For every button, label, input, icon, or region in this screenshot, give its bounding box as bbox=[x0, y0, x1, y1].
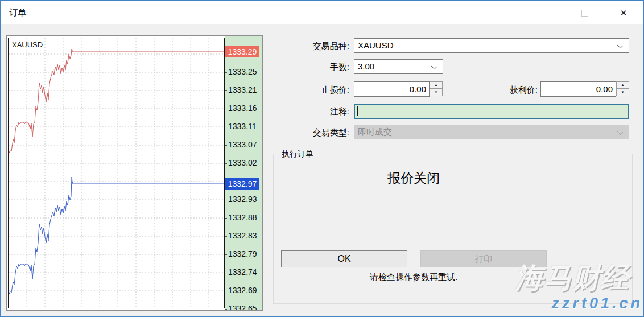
price-scale-tick bbox=[225, 291, 227, 291]
print-button: 打印 bbox=[420, 250, 547, 267]
tick-chart-plot: XAUUSD bbox=[8, 38, 225, 308]
price-scale-label: 1332.65 bbox=[228, 304, 257, 310]
price-scale-tick bbox=[225, 163, 227, 164]
minimize-button[interactable]: — bbox=[527, 1, 565, 24]
stop-loss-label: 止损价: bbox=[263, 85, 349, 96]
price-scale-tick bbox=[225, 90, 227, 91]
chevron-down-icon bbox=[617, 43, 623, 48]
price-scale-label: 1332.74 bbox=[228, 267, 257, 277]
stop-loss-spinner: ▲ ▼ bbox=[430, 81, 443, 97]
order-dialog-window: 订单 — ✕ XAUUSD 1333.29 1332.97 1333.30133… bbox=[0, 0, 644, 317]
price-scale-label: 1332.83 bbox=[228, 231, 257, 240]
retry-hint-text: 请检查操作参数再重试. bbox=[273, 272, 554, 283]
price-scale-label: 1333.11 bbox=[228, 122, 257, 131]
price-scale-label: 1333.16 bbox=[228, 104, 257, 113]
price-scale-tick bbox=[225, 273, 227, 273]
price-scale: 1333.29 1332.97 1333.301333.251333.21133… bbox=[225, 36, 262, 310]
price-scale-label: 1333.02 bbox=[228, 158, 257, 167]
maximize-icon bbox=[581, 10, 588, 17]
price-scale-tick bbox=[225, 236, 227, 237]
chevron-down-icon bbox=[431, 64, 437, 69]
price-scale-label: 1333.21 bbox=[228, 85, 257, 94]
trade-type-select: 即时成交 bbox=[354, 125, 629, 139]
price-scale-tick bbox=[225, 254, 227, 255]
price-scale-label: 1332.93 bbox=[228, 195, 257, 204]
tick-chart-svg bbox=[9, 38, 224, 308]
execution-group-label: 执行订单 bbox=[279, 149, 316, 159]
chevron-down-icon bbox=[617, 129, 623, 135]
titlebar: 订单 — ✕ bbox=[1, 1, 643, 24]
trade-type-select-value: 即时成交 bbox=[358, 127, 392, 137]
volume-label: 手数: bbox=[263, 62, 349, 73]
price-scale-label: 1333.07 bbox=[228, 140, 257, 149]
comment-input[interactable] bbox=[354, 104, 629, 119]
chart-symbol-label: XAUUSD bbox=[12, 40, 43, 49]
trade-type-label: 交易类型: bbox=[263, 127, 349, 138]
text-caret bbox=[357, 106, 358, 116]
price-scale-tick bbox=[225, 200, 227, 200]
bid-line bbox=[9, 177, 224, 294]
price-scale-tick bbox=[225, 218, 227, 219]
volume-select-value: 3.00 bbox=[358, 61, 374, 71]
comment-label: 注释: bbox=[263, 106, 349, 117]
price-scale-tick bbox=[225, 309, 227, 310]
spin-up-icon[interactable]: ▲ bbox=[430, 81, 443, 89]
stop-loss-input[interactable]: 0.00 bbox=[354, 81, 430, 97]
quote-status-text: 报价关闭 bbox=[273, 170, 554, 187]
price-scale-tick bbox=[225, 145, 227, 146]
window-controls: — ✕ bbox=[527, 1, 643, 24]
symbol-select[interactable]: XAUUSD bbox=[354, 38, 629, 53]
symbol-select-value: XAUUSD bbox=[358, 40, 394, 50]
ok-button[interactable]: OK bbox=[281, 250, 407, 267]
price-scale-tick bbox=[225, 109, 227, 109]
price-scale-label: 1332.69 bbox=[228, 286, 257, 295]
price-scale-label: 1332.88 bbox=[228, 213, 257, 222]
take-profit-input[interactable]: 0.00 bbox=[540, 81, 616, 97]
volume-select[interactable]: 3.00 bbox=[354, 59, 443, 74]
price-scale-tick bbox=[225, 127, 227, 127]
spin-up-icon[interactable]: ▲ bbox=[616, 81, 629, 89]
take-profit-spinner: ▲ ▼ bbox=[616, 81, 629, 97]
tick-chart-panel: XAUUSD 1333.29 1332.97 1333.301333.25133… bbox=[6, 35, 263, 311]
ask-price-box: 1333.29 bbox=[225, 46, 259, 57]
price-scale-label: 1333.25 bbox=[228, 67, 257, 76]
window-title: 订单 bbox=[9, 7, 26, 18]
ask-line bbox=[9, 49, 224, 153]
maximize-button bbox=[565, 1, 604, 24]
spin-down-icon[interactable]: ▼ bbox=[616, 89, 629, 96]
take-profit-label: 获利价: bbox=[451, 85, 538, 96]
price-scale-tick bbox=[225, 72, 227, 73]
bid-price-box: 1332.97 bbox=[225, 178, 259, 190]
price-scale-label: 1332.79 bbox=[228, 249, 257, 258]
spin-down-icon[interactable]: ▼ bbox=[430, 89, 443, 96]
close-button[interactable]: ✕ bbox=[604, 1, 643, 24]
symbol-label: 交易品种: bbox=[263, 41, 349, 52]
